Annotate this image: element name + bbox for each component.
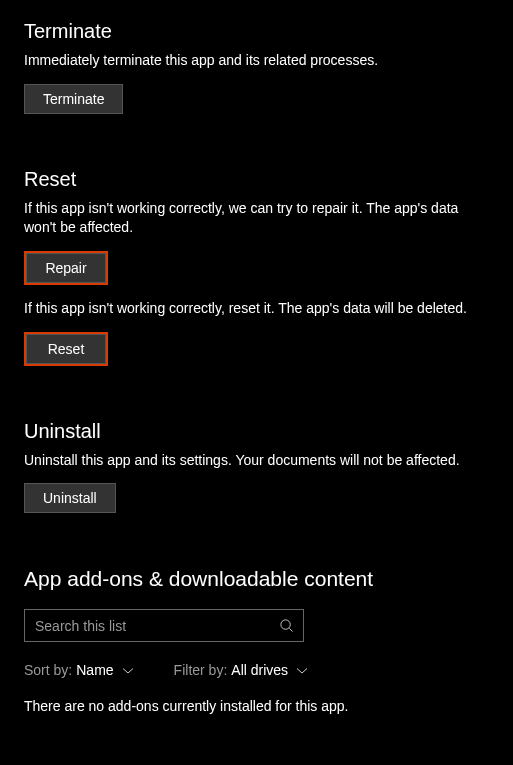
terminate-heading: Terminate <box>24 20 489 43</box>
terminate-description: Immediately terminate this app and its r… <box>24 51 489 70</box>
uninstall-section: Uninstall Uninstall this app and its set… <box>24 420 489 528</box>
sort-label: Sort by: <box>24 662 72 678</box>
reset-button[interactable]: Reset <box>26 334 106 364</box>
sort-value: Name <box>76 662 113 678</box>
search-icon <box>279 618 294 633</box>
search-button[interactable] <box>270 613 303 638</box>
chevron-down-icon <box>296 662 308 678</box>
terminate-section: Terminate Immediately terminate this app… <box>24 20 489 128</box>
uninstall-button[interactable]: Uninstall <box>24 483 116 513</box>
search-box <box>24 609 304 642</box>
reset-section: Reset If this app isn't working correctl… <box>24 168 489 380</box>
svg-point-0 <box>281 620 290 629</box>
chevron-down-icon <box>122 662 134 678</box>
reset-description: If this app isn't working correctly, res… <box>24 299 489 318</box>
svg-line-1 <box>289 629 292 632</box>
sort-by-dropdown[interactable]: Sort by: Name <box>24 662 134 678</box>
repair-description: If this app isn't working correctly, we … <box>24 199 489 237</box>
uninstall-heading: Uninstall <box>24 420 489 443</box>
reset-heading: Reset <box>24 168 489 191</box>
filter-value: All drives <box>231 662 288 678</box>
search-input[interactable] <box>25 612 270 640</box>
addons-empty-message: There are no add-ons currently installed… <box>24 698 489 714</box>
filter-label: Filter by: <box>174 662 228 678</box>
filter-by-dropdown[interactable]: Filter by: All drives <box>174 662 308 678</box>
terminate-button-wrap: Terminate <box>24 84 123 114</box>
filter-row: Sort by: Name Filter by: All drives <box>24 662 489 678</box>
addons-section: App add-ons & downloadable content Sort … <box>24 567 489 714</box>
repair-button[interactable]: Repair <box>26 253 106 283</box>
terminate-button[interactable]: Terminate <box>24 84 123 114</box>
repair-button-wrap: Repair <box>24 251 108 285</box>
reset-button-wrap: Reset <box>24 332 108 366</box>
uninstall-description: Uninstall this app and its settings. You… <box>24 451 489 470</box>
uninstall-button-wrap: Uninstall <box>24 483 116 513</box>
addons-heading: App add-ons & downloadable content <box>24 567 489 591</box>
